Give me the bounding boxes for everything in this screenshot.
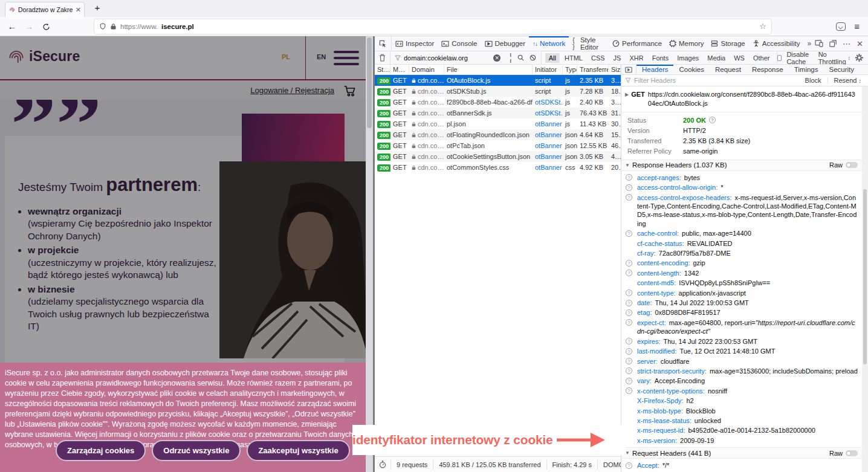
devtools-tab-memory[interactable]: Memory — [666, 36, 708, 51]
header-info-icon[interactable]: ? — [626, 378, 632, 384]
devtools-tab-network[interactable]: ↑↓Network — [529, 36, 569, 51]
raw-toggle[interactable]: Raw — [829, 450, 858, 457]
header-row-content-md5[interactable]: ? content-md5:ISVHQDp8yLpS5h8SniPgIw== — [621, 278, 860, 288]
sidebar-toggle-icon[interactable] — [621, 65, 636, 74]
header-row-accept-ranges[interactable]: ? accept-ranges:bytes — [621, 173, 860, 183]
scrollbar-thumb[interactable] — [367, 37, 372, 128]
type-filter-fonts[interactable]: Fonts — [649, 53, 673, 63]
column-header[interactable]: File — [444, 65, 533, 74]
header-row-x-ms-version[interactable]: ? x-ms-version:2009-09-19 — [621, 436, 860, 445]
details-tab-timings[interactable]: Timings — [789, 65, 824, 74]
raw-toggle-switch[interactable] — [846, 450, 858, 456]
column-header[interactable]: Size — [609, 65, 621, 74]
header-row-etag[interactable]: ? etag:0x8D98D8F4F819517 — [621, 308, 860, 317]
type-filter-html[interactable]: HTML — [561, 53, 586, 63]
header-row-cache-control[interactable]: ? cache-control:public, max-age=14400 — [621, 228, 860, 238]
header-row-access-control-allow-origin[interactable]: ? access-control-allow-origin:* — [621, 183, 860, 192]
header-info-icon[interactable]: ? — [626, 270, 632, 276]
request-row[interactable]: 200 GET cdn.co… otFloatingRoundedIcon.js… — [375, 129, 621, 140]
header-row-content-type[interactable]: ? content-type:application/x-javascript — [621, 288, 860, 298]
details-tab-headers[interactable]: Headers — [636, 65, 673, 74]
cookie-banner-button[interactable]: Odrzuć wszystkie — [152, 440, 241, 461]
header-row-content-encoding[interactable]: ? content-encoding:gzip — [621, 258, 860, 268]
type-filter-ws[interactable]: WS — [730, 53, 748, 63]
tab-close-icon[interactable]: ✕ — [76, 6, 81, 14]
block-url-button[interactable]: Block — [802, 77, 824, 84]
pocket-icon[interactable] — [836, 22, 846, 31]
request-headers-section-header[interactable]: ▼ Request Headers (441 B) Raw — [621, 448, 863, 459]
more-tools-chevron[interactable]: » — [803, 36, 815, 51]
header-row-expires[interactable]: ? expires:Thu, 14 Jul 2022 23:00:53 GMT — [621, 337, 860, 346]
devtools-tab-storage[interactable]: Storage — [707, 36, 748, 51]
reload-button[interactable] — [37, 22, 54, 31]
column-header[interactable]: Transferred — [577, 65, 609, 74]
details-scrollbar[interactable] — [862, 86, 868, 472]
tracking-shield-icon[interactable] — [99, 22, 106, 30]
details-tab-request[interactable]: Request — [710, 65, 747, 74]
header-info-icon[interactable]: ? — [626, 338, 632, 344]
type-filter-other[interactable]: Other — [750, 53, 774, 63]
responsive-design-icon[interactable] — [815, 40, 823, 47]
type-filter-all[interactable]: All — [545, 53, 560, 63]
disclosure-triangle-icon[interactable]: ▶ — [625, 91, 629, 109]
request-filter-input[interactable]: domain:cookielaw.org ✕ — [390, 54, 505, 62]
header-row-date[interactable]: ? date:Thu, 14 Jul 2022 19:00:53 GMT — [621, 298, 860, 308]
header-row-accept[interactable]: ? Accept:*/* — [621, 461, 860, 470]
type-filter-js[interactable]: JS — [610, 53, 625, 63]
header-row-x-content-type-options[interactable]: ? x-content-type-options:nosniff — [621, 386, 860, 396]
throttling-dropdown[interactable]: No Throttling↕ — [818, 51, 850, 65]
details-tab-response[interactable]: Response — [747, 65, 789, 74]
header-row-vary[interactable]: ? vary:Accept-Encoding — [621, 376, 860, 386]
request-row[interactable]: 200 GET cdn.co… otCommonStyles.css otBan… — [375, 162, 621, 173]
url-bar[interactable]: https://www.isecure.pl ☆ — [94, 19, 771, 34]
header-info-icon[interactable]: ? — [626, 309, 632, 316]
block-request-icon[interactable] — [530, 54, 536, 61]
devtools-tab-console[interactable]: Console — [438, 36, 481, 51]
clear-requests-trash-icon[interactable] — [375, 51, 390, 64]
devtools-tab-inspector[interactable]: Inspector — [392, 36, 438, 51]
column-header[interactable]: St… — [375, 65, 390, 74]
raw-toggle-switch[interactable] — [846, 162, 858, 168]
column-header[interactable]: M… — [390, 65, 409, 74]
header-row-strict-transport-security[interactable]: ? strict-transport-security:max-age=3153… — [621, 366, 860, 376]
pause-traffic-icon[interactable]: I I — [510, 52, 511, 64]
header-row-x-ms-lease-status[interactable]: ? x-ms-lease-status:unlocked — [621, 416, 860, 425]
header-info-icon[interactable]: ? — [626, 174, 632, 181]
response-headers-section-header[interactable]: ▼ Response Headers (1.037 KB) Raw — [621, 160, 863, 171]
bookmark-star-icon[interactable]: ☆ — [759, 22, 766, 31]
header-row-last-modified[interactable]: ? last-modified:Tue, 12 Oct 2021 14:48:1… — [621, 346, 860, 356]
header-row-x-ms-request-id[interactable]: ? x-ms-request-id:b4952d0e-a01e-0014-213… — [621, 425, 860, 435]
browser-tab[interactable]: Doradztwo w Zakresie Ochrony Dany ✕ — [5, 2, 85, 17]
clear-filter-icon[interactable]: ✕ — [493, 54, 500, 62]
header-row-x-ms-blob-type[interactable]: ? x-ms-blob-type:BlockBlob — [621, 406, 860, 416]
header-info-icon[interactable]: ? — [626, 184, 632, 191]
cookie-banner-button[interactable]: Zaakceptuj wszystkie — [247, 440, 349, 461]
devtools-tab-accessibility[interactable]: Accessibility — [749, 36, 804, 51]
header-info-icon[interactable]: ? — [626, 194, 632, 201]
request-row[interactable]: 200 GET cdn.co… otSDKStub.js script js 7… — [375, 86, 621, 97]
header-info-icon[interactable]: ? — [626, 289, 632, 296]
details-tab-security[interactable]: Security — [824, 65, 860, 74]
devtools-tab-debugger[interactable]: Debugger — [481, 36, 530, 51]
resend-button[interactable]: Resend ↕ — [831, 77, 864, 84]
forward-button[interactable]: → — [21, 21, 37, 31]
collapse-triangle-icon[interactable]: ▼ — [625, 163, 630, 168]
type-filter-css[interactable]: CSS — [588, 53, 609, 63]
request-row[interactable]: 200 GET cdn.co… f2890bc8-88eb-4bac-a266-… — [375, 97, 621, 108]
collapse-triangle-icon[interactable]: ▼ — [625, 450, 630, 456]
request-row[interactable]: 200 GET cdn.co… OtAutoBlock.js script js… — [375, 75, 621, 86]
page-scrollbar[interactable] — [366, 36, 373, 472]
header-row-cf-ray[interactable]: ? cf-ray:72ac80f79f5a7b87-DME — [621, 248, 860, 258]
column-header[interactable]: Domain — [409, 65, 444, 74]
header-info-icon[interactable]: ? — [626, 319, 632, 326]
header-row-x-firefox-spdy[interactable]: ? X-Firefox-Spdy:h2 — [621, 396, 860, 406]
header-row-server[interactable]: ? server:cloudflare — [621, 357, 860, 366]
request-row[interactable]: 200 GET cdn.co… otBannerSdk.js otSDKSt… … — [375, 108, 621, 118]
new-tab-button[interactable]: + — [91, 2, 104, 13]
header-info-icon[interactable]: ? — [626, 348, 632, 355]
header-info-icon[interactable]: ? — [626, 462, 632, 469]
scrollbar-thumb[interactable] — [863, 189, 867, 364]
header-row-cf-cache-status[interactable]: ? cf-cache-status:REVALIDATED — [621, 239, 860, 248]
search-icon[interactable] — [517, 54, 524, 61]
request-row[interactable]: 200 GET cdn.co… otPcTab.json otBanner… j… — [375, 140, 621, 151]
